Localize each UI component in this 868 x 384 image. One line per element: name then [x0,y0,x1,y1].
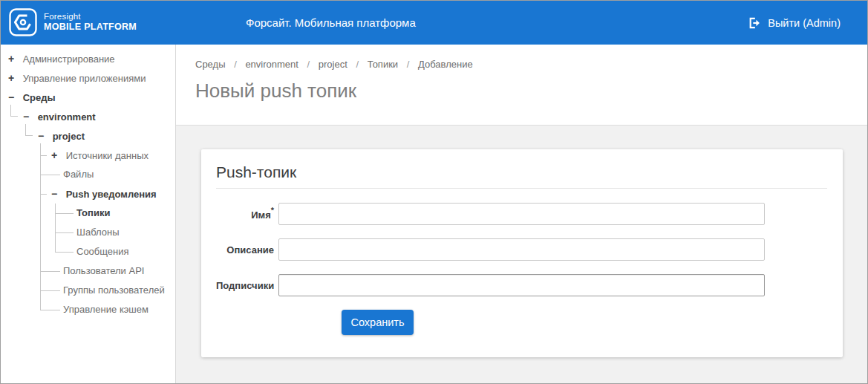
sidebar-item-user-groups[interactable]: Группы пользователей [1,281,175,300]
breadcrumb-current-add: Добавление [418,59,473,70]
sidebar-item-files[interactable]: Файлы [1,165,175,184]
brand-product: MOBILE PLATFORM [44,22,137,33]
sidebar-item-label: Администрирование [23,53,115,65]
subscribers-field[interactable] [278,274,765,296]
name-label: Имя* [216,207,274,221]
breadcrumb-topics[interactable]: Топики [368,59,398,70]
form-row-name: Имя* [216,203,827,225]
breadcrumb-separator: / [234,59,237,70]
description-label: Описание [216,244,274,256]
sidebar-item-label: environment [38,111,96,123]
sidebar-item-push-notifications[interactable]: − Push уведомления [1,184,175,204]
plus-icon[interactable]: + [50,146,59,165]
card-heading: Push-топик [216,163,827,181]
name-field[interactable] [278,203,765,225]
sidebar-item-cache-management[interactable]: Управление кэшем [1,300,175,319]
push-topic-form: Имя* Описание Подписчики Сохранить [216,203,827,335]
top-header: Foresight MOBILE PLATFORM Форсайт. Мобил… [1,1,867,45]
sidebar-nav-tree: + Администрирование + Управление приложе… [1,45,176,383]
plus-icon[interactable]: + [7,68,16,88]
sidebar-item-label: Сообщения [76,246,129,257]
sidebar-item-label: Источники данных [66,150,149,161]
breadcrumb-separator: / [356,59,359,70]
save-button[interactable]: Сохранить [342,310,414,335]
sidebar-item-label: Управление кэшем [63,304,149,315]
push-topic-form-card: Push-топик Имя* Описание Подписчики Сохр… [201,149,843,357]
sidebar-item-messages[interactable]: Сообщения [1,242,175,261]
sidebar-item-label: Шаблоны [76,227,120,238]
minus-icon[interactable]: − [50,184,59,204]
sidebar-item-topics[interactable]: Топики [1,204,175,223]
sidebar-item-label: Группы пользователей [63,284,165,296]
logout-label: Выйти (Admin) [768,17,841,29]
minus-icon[interactable]: − [22,107,30,126]
sidebar-item-label: Push уведомления [66,189,157,200]
form-row-subscribers: Подписчики [216,274,827,296]
sidebar-item-data-sources[interactable]: + Источники данных [1,146,175,165]
sidebar-item-label: Пользователи API [63,265,144,276]
app-window: Foresight MOBILE PLATFORM Форсайт. Мобил… [0,0,868,384]
sidebar-item-administration[interactable]: + Администрирование [1,49,175,68]
main-content: Среды / environment / project / Топики /… [176,45,867,383]
brand-logo[interactable]: Foresight MOBILE PLATFORM [9,8,137,36]
page-title: Новый push топик [195,79,867,102]
sidebar-item-environment[interactable]: − environment [1,107,175,126]
foresight-logo-icon [9,8,37,36]
description-field[interactable] [278,238,765,261]
sidebar-item-templates[interactable]: Шаблоны [1,223,175,242]
breadcrumb: Среды / environment / project / Топики /… [195,59,867,70]
sidebar-item-api-users[interactable]: Пользователи API [1,261,175,281]
brand-name: Foresight [44,11,137,22]
plus-icon[interactable]: + [7,49,16,68]
breadcrumb-separator: / [407,59,410,70]
name-label-text: Имя [251,209,271,221]
sidebar-item-label: Управление приложениями [23,73,146,84]
sidebar-item-label: Топики [76,207,110,218]
logout-button[interactable]: Выйти (Admin) [748,1,841,45]
form-row-description: Описание [216,238,827,261]
minus-icon[interactable]: − [36,126,45,146]
breadcrumb-project[interactable]: project [319,59,347,70]
card-divider [216,188,827,189]
minus-icon[interactable]: − [7,88,16,107]
sidebar-item-app-management[interactable]: + Управление приложениями [1,68,175,88]
sidebar-item-project[interactable]: − project [1,126,175,146]
app-title: Форсайт. Мобильная платформа [246,1,416,45]
sidebar-item-label: Файлы [63,169,94,180]
subscribers-label: Подписчики [216,280,274,291]
sidebar-item-label: project [53,131,85,142]
breadcrumb-environment[interactable]: environment [245,59,298,70]
page-header-bar: Среды / environment / project / Топики /… [176,45,867,126]
breadcrumb-environments[interactable]: Среды [195,59,226,70]
sidebar-item-label: Среды [23,92,56,103]
brand-text: Foresight MOBILE PLATFORM [44,11,137,33]
required-asterisk: * [271,206,274,215]
sidebar-item-environments[interactable]: − Среды [1,88,175,107]
logout-icon [748,16,761,30]
breadcrumb-separator: / [307,59,310,70]
